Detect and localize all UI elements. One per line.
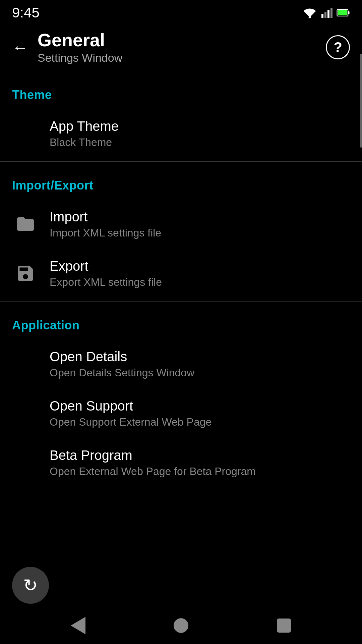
scroll-indicator — [360, 54, 362, 148]
section-header-theme: Theme — [0, 74, 362, 109]
nav-bar — [0, 607, 362, 644]
settings-item-subtitle-export: Export XML settings file — [50, 276, 162, 288]
page-subtitle: Settings Window — [38, 51, 122, 64]
settings-item-text-beta-program: Beta Program Open External Web Page for … — [50, 447, 256, 478]
settings-item-subtitle-beta-program: Open External Web Page for Beta Program — [50, 465, 256, 478]
settings-item-open-details[interactable]: Open Details Open Details Settings Windo… — [0, 339, 362, 388]
settings-item-app-theme[interactable]: App Theme Black Theme — [0, 109, 362, 158]
section-theme: Theme App Theme Black Theme — [0, 74, 362, 158]
wifi-icon — [303, 7, 316, 19]
nav-back-icon — [71, 617, 85, 634]
settings-item-subtitle-import: Import XML settings file — [50, 227, 161, 239]
svg-rect-8 — [338, 10, 348, 15]
header-left: ← General Settings Window — [12, 30, 122, 64]
nav-home-icon — [174, 618, 188, 633]
section-header-application: Application — [0, 305, 362, 339]
refresh-icon: ↻ — [23, 575, 38, 595]
settings-item-text-app-theme: App Theme Black Theme — [50, 118, 119, 149]
signal-icon — [320, 7, 333, 19]
settings-item-subtitle-app-theme: Black Theme — [50, 136, 119, 149]
settings-item-text-open-details: Open Details Open Details Settings Windo… — [50, 348, 194, 379]
help-button[interactable]: ? — [326, 35, 350, 59]
settings-item-import[interactable]: Import Import XML settings file — [0, 199, 362, 249]
svg-rect-6 — [348, 11, 349, 14]
page-title: General — [38, 30, 122, 50]
export-icon-wrapper — [12, 263, 39, 283]
settings-item-subtitle-open-support: Open Support External Web Page — [50, 416, 212, 428]
nav-back-button[interactable] — [65, 612, 92, 639]
svg-rect-3 — [327, 10, 329, 18]
svg-rect-4 — [330, 8, 333, 18]
folder-icon — [15, 214, 36, 234]
settings-item-title-beta-program: Beta Program — [50, 447, 256, 463]
divider-1 — [0, 161, 362, 162]
settings-item-text-import: Import Import XML settings file — [50, 209, 161, 239]
section-header-import-export: Import/Export — [0, 165, 362, 199]
settings-item-title-open-support: Open Support — [50, 398, 212, 414]
settings-item-title-app-theme: App Theme — [50, 118, 119, 134]
settings-item-title-import: Import — [50, 209, 161, 225]
nav-recent-icon — [277, 619, 291, 633]
battery-icon — [337, 7, 350, 19]
settings-item-title-open-details: Open Details — [50, 348, 194, 365]
settings-item-title-export: Export — [50, 258, 162, 274]
section-application: Application Open Details Open Details Se… — [0, 305, 362, 487]
fab-refresh[interactable]: ↻ — [12, 567, 49, 604]
settings-item-subtitle-open-details: Open Details Settings Window — [50, 367, 194, 379]
header-title-group: General Settings Window — [38, 30, 122, 64]
divider-2 — [0, 301, 362, 302]
status-time: 9:45 — [12, 5, 40, 21]
help-icon: ? — [334, 39, 342, 55]
svg-rect-2 — [324, 12, 326, 18]
settings-item-beta-program[interactable]: Beta Program Open External Web Page for … — [0, 438, 362, 487]
settings-item-text-open-support: Open Support Open Support External Web P… — [50, 398, 212, 428]
status-icons — [303, 7, 350, 19]
svg-rect-1 — [321, 14, 323, 18]
nav-home-button[interactable] — [168, 612, 194, 639]
save-icon — [15, 263, 36, 283]
status-bar: 9:45 — [0, 0, 362, 23]
settings-item-text-export: Export Export XML settings file — [50, 258, 162, 288]
settings-item-export[interactable]: Export Export XML settings file — [0, 249, 362, 298]
import-icon-wrapper — [12, 214, 39, 234]
header: ← General Settings Window ? — [0, 23, 362, 74]
settings-item-open-support[interactable]: Open Support Open Support External Web P… — [0, 388, 362, 438]
nav-recent-button[interactable] — [270, 612, 297, 639]
back-button[interactable]: ← — [12, 38, 28, 57]
section-import-export: Import/Export Import Import XML settings… — [0, 165, 362, 298]
